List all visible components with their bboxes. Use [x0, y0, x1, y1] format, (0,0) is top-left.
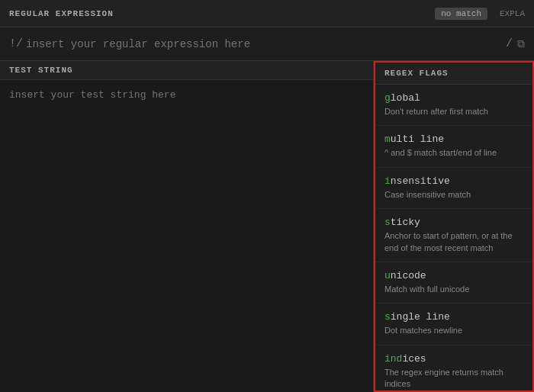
section-title: REGULAR EXPRESSION	[9, 9, 435, 18]
flag-desc-insensitive: Case insensitive match	[384, 189, 523, 201]
left-panel: TEST STRING	[0, 61, 374, 392]
flag-rest-unicode: nicode	[391, 270, 426, 281]
flag-item-insensitive[interactable]: insensitive Case insensitive match	[375, 168, 532, 209]
flag-desc-singleline: Dot matches newline	[384, 325, 523, 336]
flag-desc-indices: The regex engine returns match indices	[384, 367, 523, 390]
copy-icon[interactable]: ⧉	[517, 38, 525, 50]
regex-input-row: !/ / ⧉	[0, 27, 534, 61]
regex-input[interactable]	[26, 38, 501, 50]
flag-item-unicode[interactable]: unicode Match with full unicode	[375, 262, 532, 304]
flag-item-indices[interactable]: indices The regex engine returns match i…	[375, 345, 532, 390]
flag-highlight-u: u	[384, 270, 391, 281]
flag-highlight-sl: s	[384, 311, 391, 323]
main-content: TEST STRING REGEX FLAGS global Don't ret…	[0, 61, 534, 392]
flags-panel: REGEX FLAGS global Don't return after fi…	[374, 61, 534, 392]
top-bar: REGULAR EXPRESSION no match EXPLA	[0, 0, 534, 27]
flag-desc-global: Don't return after first match	[384, 106, 523, 117]
test-string-input[interactable]	[9, 89, 364, 383]
flag-name-insensitive: insensitive	[384, 175, 523, 187]
flag-highlight-i: i	[384, 175, 391, 187]
flag-item-singleline[interactable]: single line Dot matches newline	[375, 304, 532, 345]
flag-rest-global: lobal	[391, 92, 420, 104]
flag-desc-multiline: ^ and $ match start/end of line	[384, 147, 523, 159]
regex-slash: /	[506, 37, 513, 50]
no-match-badge: no match	[435, 8, 487, 20]
flags-header: REGEX FLAGS	[375, 63, 532, 85]
flag-desc-sticky: Anchor to start of pattern, or at the en…	[384, 230, 523, 254]
explain-label: EXPLA	[500, 9, 525, 18]
flag-name-multiline: multi line	[384, 133, 523, 145]
flag-desc-unicode: Match with full unicode	[384, 284, 523, 295]
flag-name-sticky: sticky	[384, 217, 523, 228]
flag-highlight-s: s	[384, 217, 391, 228]
test-string-header: TEST STRING	[0, 61, 374, 80]
flag-rest-multiline: ulti line	[391, 133, 444, 145]
app-container: REGULAR EXPRESSION no match EXPLA !/ / ⧉…	[0, 0, 534, 392]
flag-highlight-ind: ind	[384, 353, 402, 365]
flag-name-unicode: unicode	[384, 270, 523, 281]
flag-rest-singleline: ingle line	[391, 311, 450, 323]
flag-rest-sticky: ticky	[391, 217, 420, 228]
flag-highlight-m: m	[384, 133, 391, 145]
flag-item-global[interactable]: global Don't return after first match	[375, 85, 532, 126]
flag-item-sticky[interactable]: sticky Anchor to start of pattern, or at…	[375, 209, 532, 262]
flag-rest-insensitive: nsensitive	[391, 175, 450, 187]
flag-name-global: global	[384, 92, 523, 104]
flag-item-multiline[interactable]: multi line ^ and $ match start/end of li…	[375, 126, 532, 167]
flags-list: global Don't return after first match mu…	[375, 85, 532, 390]
flag-name-singleline: single line	[384, 311, 523, 323]
flag-rest-indices: ices	[402, 353, 426, 365]
test-string-area	[0, 80, 374, 392]
flag-highlight-g: g	[384, 92, 391, 104]
regex-delimiter: !/	[9, 37, 23, 50]
flag-name-indices: indices	[384, 353, 523, 365]
